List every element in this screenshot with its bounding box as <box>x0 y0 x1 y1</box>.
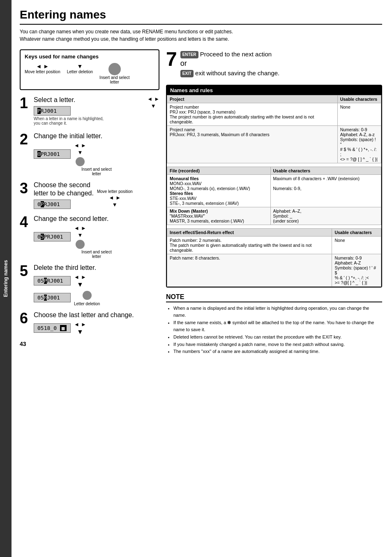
insert-usable-header: Usable characters <box>332 228 381 236</box>
step-7-text1: Proceed to the next action <box>200 51 272 58</box>
key-insert-label: Insert and selectletter <box>99 75 129 84</box>
page-number: 43 <box>20 341 159 347</box>
step-1-lr-icons: ◄► <box>147 96 159 102</box>
insert-row-1-col1: Patch number: 2 numerals.The patch numbe… <box>167 236 332 254</box>
step-2-circle-btn <box>76 157 85 166</box>
step-6: 6 Choose the last letter and change. 051… <box>20 311 159 336</box>
step-5-display1: 05PRJ001 <box>34 276 71 285</box>
step-1-arrows: ◄► ▼ <box>147 96 159 109</box>
step-1: 1 Select a letter. PRJ001 When a letter … <box>20 96 159 127</box>
step-3-display: 0PRJ001 <box>34 200 71 209</box>
main-content: Entering names You can change names when… <box>12 0 392 557</box>
left-column: Keys used for name changes ◄ ► Move lett… <box>20 49 159 355</box>
step-5-content: Delete the third letter. 05PRJ001 ◄► ▼ 0… <box>34 264 159 306</box>
step-2-lr-icons: ◄► <box>74 142 86 149</box>
step-6-title: Choose the last letter and change. <box>34 311 159 320</box>
step-7-number: 7 <box>166 49 177 69</box>
step-2-insert-label: Insert and selectletter <box>34 167 159 176</box>
insert-row-2: Patch name: 8 characters. Numerals: 0-9A… <box>167 254 381 286</box>
file-col-header: File (recorded) <box>167 167 271 174</box>
names-rules-box: Names and rules Project Usable character… <box>166 85 382 288</box>
step-5: 5 Delete the third letter. 05PRJ001 ◄► ▼… <box>20 264 159 306</box>
sidebar: Entering names <box>0 0 12 557</box>
step-5-title: Delete the third letter. <box>34 264 159 272</box>
step-4-display: 05PRJ001 <box>34 232 71 241</box>
step-6-down-icon: ▼ <box>77 328 83 336</box>
key-move-label: Move letter position <box>25 70 60 74</box>
step-3-number: 3 <box>20 181 30 196</box>
note-item-5: The numbers "xxx" of a name are automati… <box>173 348 382 355</box>
note-item-1: When a name is displayed and the initial… <box>173 305 382 319</box>
note-item-4: If you have mistakenly changed a patch n… <box>173 341 382 348</box>
insert-effect-table: Insert effect/Send-Return effect Usable … <box>167 228 381 287</box>
sidebar-label: Entering names <box>3 260 9 297</box>
step-1-display: PRJ001 <box>34 106 71 116</box>
intro-text: You can change names when you create new… <box>20 28 382 43</box>
step-4-lr-icons: ◄► <box>74 225 86 231</box>
step-7-text2: exit without saving the change. <box>195 70 279 77</box>
step-3-move-label: Move letter position <box>97 189 133 194</box>
step-4: 4 Change the second letter. 05PRJ001 ◄► … <box>20 215 159 259</box>
step-2-title: Change the initial letter. <box>34 132 159 141</box>
step-6-display: 0518_0 ■ <box>34 323 71 333</box>
project-row-1-col1: Project numberPRJ xxx: PRJ (space, 3 num… <box>167 103 338 125</box>
page-title: Entering names <box>20 8 382 25</box>
step-7-content: ENTER Proceed to the next action or EXIT… <box>180 49 280 78</box>
insert-col-header: Insert effect/Send-Return effect <box>167 228 332 236</box>
step-3: 3 Choose the secondletter to be changed.… <box>20 181 159 210</box>
project-table: Project Usable characters Project number… <box>167 95 381 163</box>
file-row-2-col2: Alphabet: A–Z,Symbol: _(under score) <box>270 207 381 225</box>
step-4-circle-btn <box>76 240 85 249</box>
step-1-content: Select a letter. PRJ001 When a letter in… <box>34 96 143 127</box>
file-row-1-col2: Maximum of 8 characters + .WAV (extensio… <box>270 174 381 207</box>
step-1-title: Select a letter. <box>34 96 143 104</box>
step-6-lr-icons: ◄► <box>74 321 86 327</box>
lr-arrows-icon: ◄ ► <box>36 63 49 70</box>
names-rules-title: Names and rules <box>167 86 381 95</box>
step-2: 2 Change the initial letter. 0PRJ001 ◄► … <box>20 132 159 176</box>
two-column-layout: Keys used for name changes ◄ ► Move lett… <box>20 49 382 355</box>
right-column: 7 ENTER Proceed to the next action or EX… <box>166 49 382 355</box>
step-3-down-icon: ▼ <box>112 202 118 208</box>
project-row-2-col1: Project namePRJxxx: PRJ, 3 numerals, Max… <box>167 125 338 163</box>
step-4-down-icon: ▼ <box>77 232 83 238</box>
step-2-arrows: ◄► ▼ <box>74 142 86 155</box>
step-4-arrows: ◄► ▼ <box>74 225 86 238</box>
step-1-number: 1 <box>20 96 30 111</box>
step-2-down-icon: ▼ <box>77 149 83 155</box>
step-1-down-icon: ▼ <box>151 103 156 109</box>
project-row-1-col2: None <box>337 103 381 125</box>
step-7-enter-row: ENTER Proceed to the next action <box>180 49 280 59</box>
page: Entering names Entering names You can ch… <box>0 0 392 557</box>
step-5-delete-label: Letter deletion <box>74 302 100 306</box>
insert-row-2-col1: Patch name: 8 characters. <box>167 254 332 286</box>
file-table: File (recorded) Usable characters Monaur… <box>167 167 381 225</box>
project-usable-header: Usable characters <box>337 95 381 103</box>
project-row-2-col2: Numerals: 0-9Alphabet: A-Z, a-zSymbols: … <box>337 125 381 163</box>
insert-row-2-col2: Numerals: 0-9Alphabet: A-ZSymbols: (spac… <box>332 254 381 286</box>
step-5-lr-icons: ◄► <box>74 274 86 280</box>
step-6-number: 6 <box>20 311 30 326</box>
key-move-position: ◄ ► Move letter position <box>25 63 60 74</box>
step-4-insert-label: Insert and selectletter <box>34 250 159 259</box>
file-row-2-col1: Mix Down (Master)"MASTRxxx.WAV"MASTR, 3 … <box>167 207 271 225</box>
step-7-box: 7 ENTER Proceed to the next action or EX… <box>166 49 382 78</box>
step-4-title: Change the second letter. <box>34 215 159 223</box>
keys-box-title: Keys used for name changes <box>25 53 154 60</box>
file-usable-header: Usable characters <box>270 167 381 174</box>
step-2-number: 2 <box>20 132 30 147</box>
keys-row: ◄ ► Move letter position ▼ Letter deleti… <box>25 63 154 84</box>
file-row-1-col1: Monaural filesMONO-xxx.WAVMONO-, 3 numer… <box>167 174 271 207</box>
step-4-content: Change the second letter. 05PRJ001 ◄► ▼ <box>34 215 159 259</box>
note-title: NOTE <box>166 293 382 302</box>
note-item-3: Deleted letters cannot be retrieved. You… <box>173 334 382 341</box>
step-7-exit-row: EXIT exit without saving the change. <box>180 68 280 78</box>
key-delete-label: Letter deletion <box>67 70 93 74</box>
note-list: When a name is displayed and the initial… <box>166 305 382 355</box>
note-item-2: If the same name exists, a ✽ symbol will… <box>173 319 382 334</box>
step-5-down-big-icon: ▼ <box>77 281 83 288</box>
file-row-1: Monaural filesMONO-xxx.WAVMONO-, 3 numer… <box>167 174 381 207</box>
key-insert: Insert and selectletter <box>99 63 129 84</box>
step-5-circle-btn <box>83 291 92 300</box>
project-col-header: Project <box>167 95 338 103</box>
